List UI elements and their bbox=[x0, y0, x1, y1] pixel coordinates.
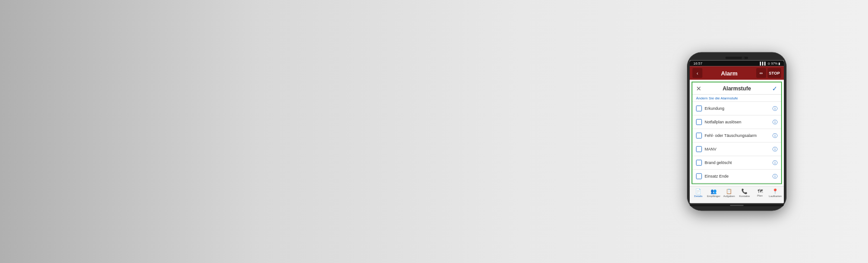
nav-item-kontakte[interactable]: 📞 Kontakte bbox=[737, 188, 752, 202]
label-brand: Brand gelöscht bbox=[705, 160, 770, 165]
nav-empfaenger-icon: 👥 bbox=[711, 188, 717, 194]
arrows-icon: ⇔ bbox=[759, 71, 763, 75]
back-icon: ‹ bbox=[696, 70, 698, 76]
modal-subtitle: Ändern Sie die Alarmstufe bbox=[692, 95, 781, 102]
phone-outer-shell: 16:57 ▌▌▌ ⊙ 97% ▮ ‹ Alarm ⇔ bbox=[687, 52, 787, 211]
nav-laufkarten-icon: 📍 bbox=[772, 188, 778, 194]
arrows-button[interactable]: ⇔ bbox=[756, 68, 766, 78]
info-icon-brand: ⓘ bbox=[773, 160, 777, 165]
nav-kontakte-label: Kontakte bbox=[739, 195, 750, 198]
nav-empfaenger-label: Empfänger bbox=[707, 195, 720, 198]
nav-laufkarten-label: Laufkarten bbox=[769, 195, 782, 198]
modal-area: ✕ Alarmstufe ✓ Ändern Sie die Alarmstufe… bbox=[692, 82, 782, 184]
confirm-icon: ✓ bbox=[772, 85, 777, 92]
checkbox-manv[interactable] bbox=[696, 146, 702, 152]
label-notfallplan: Notfallplan auslösen bbox=[705, 120, 770, 125]
nav-item-aufgaben[interactable]: 📋 Aufgaben bbox=[721, 188, 737, 202]
phone-screen: 16:57 ▌▌▌ ⊙ 97% ▮ ‹ Alarm ⇔ bbox=[690, 61, 784, 203]
nav-item-details[interactable]: 📄 Details bbox=[691, 188, 706, 202]
nav-kontakte-icon: 📞 bbox=[741, 188, 748, 194]
nav-item-laufkarten[interactable]: 📍 Laufkarten bbox=[768, 188, 783, 202]
battery-icon: ▮ bbox=[778, 61, 780, 65]
app-header: ‹ Alarm ⇔ STOP bbox=[690, 66, 784, 80]
info-icon-notfallplan: ⓘ bbox=[773, 119, 777, 125]
info-button-einsatz[interactable]: ⓘ bbox=[773, 173, 777, 180]
nav-plan-label: Plan bbox=[757, 194, 763, 197]
close-icon: ✕ bbox=[696, 85, 701, 92]
checkbox-notfallplan[interactable] bbox=[696, 119, 702, 125]
info-button-fehl[interactable]: ⓘ bbox=[773, 132, 777, 139]
info-button-erkundung[interactable]: ⓘ bbox=[773, 105, 777, 112]
modal-title: Alarmstufe bbox=[701, 85, 772, 92]
nav-aufgaben-label: Aufgaben bbox=[723, 195, 735, 198]
info-icon-erkundung: ⓘ bbox=[773, 106, 777, 111]
phone-camera bbox=[725, 57, 748, 59]
alarm-item-manv[interactable]: MANV ⓘ bbox=[692, 143, 781, 156]
nav-details-label: Details bbox=[694, 195, 702, 198]
signal-icon: ▌▌▌ bbox=[760, 62, 767, 65]
header-title: Alarm bbox=[702, 70, 756, 76]
nav-plan-icon: 🗺 bbox=[758, 188, 763, 194]
alarm-item-brand[interactable]: Brand gelöscht ⓘ bbox=[692, 156, 781, 170]
info-button-manv[interactable]: ⓘ bbox=[773, 146, 777, 153]
info-icon-einsatz: ⓘ bbox=[773, 174, 777, 179]
info-icon-manv: ⓘ bbox=[773, 146, 777, 152]
checkbox-brand[interactable] bbox=[696, 160, 702, 166]
nav-item-empfaenger[interactable]: 👥 Empfänger bbox=[706, 188, 721, 202]
info-icon-fehl: ⓘ bbox=[773, 133, 777, 138]
wifi-icon: ⊙ bbox=[768, 61, 770, 65]
back-button[interactable]: ‹ bbox=[692, 68, 702, 78]
home-indicator bbox=[730, 205, 744, 206]
label-erkundung: Erkundung bbox=[705, 106, 770, 111]
alarm-item-erkundung[interactable]: Erkundung ⓘ bbox=[692, 102, 781, 116]
info-button-brand[interactable]: ⓘ bbox=[773, 160, 777, 166]
modal-close-button[interactable]: ✕ bbox=[696, 85, 701, 92]
label-einsatz: Einsatz Ende bbox=[705, 174, 770, 179]
stop-button[interactable]: STOP bbox=[768, 68, 781, 78]
battery-level: 97% bbox=[771, 62, 777, 65]
alarm-item-einsatz[interactable]: Einsatz Ende ⓘ bbox=[692, 170, 781, 183]
modal-header: ✕ Alarmstufe ✓ bbox=[692, 83, 781, 95]
modal-confirm-button[interactable]: ✓ bbox=[772, 85, 777, 92]
alarm-item-notfallplan[interactable]: Notfallplan auslösen ⓘ bbox=[692, 116, 781, 129]
checkbox-einsatz[interactable] bbox=[696, 174, 702, 179]
status-time: 16:57 bbox=[693, 61, 702, 66]
nav-details-icon: 📄 bbox=[695, 188, 701, 194]
header-right-buttons: ⇔ STOP bbox=[756, 68, 781, 78]
label-fehl: Fehl- oder Täuschungsalarm bbox=[705, 133, 770, 138]
status-bar: 16:57 ▌▌▌ ⊙ 97% ▮ bbox=[690, 61, 784, 66]
label-manv: MANV bbox=[705, 147, 770, 152]
phone-device: 16:57 ▌▌▌ ⊙ 97% ▮ ‹ Alarm ⇔ bbox=[687, 52, 787, 211]
phone-bottom-bar bbox=[690, 205, 784, 207]
info-button-notfallplan[interactable]: ⓘ bbox=[773, 119, 777, 126]
nav-aufgaben-icon: 📋 bbox=[726, 188, 732, 194]
nav-item-plan[interactable]: 🗺 Plan bbox=[752, 188, 768, 202]
alarm-item-fehl[interactable]: Fehl- oder Täuschungsalarm ⓘ bbox=[692, 129, 781, 143]
stop-label: STOP bbox=[769, 71, 780, 75]
status-icons: ▌▌▌ ⊙ 97% ▮ bbox=[760, 61, 780, 65]
bottom-nav: 📄 Details 👥 Empfänger 📋 Aufgaben 📞 Konta… bbox=[690, 186, 784, 203]
checkbox-erkundung[interactable] bbox=[696, 106, 702, 112]
alarm-list: Erkundung ⓘ Notfallplan auslösen ⓘ bbox=[692, 102, 781, 183]
checkbox-fehl[interactable] bbox=[696, 133, 702, 139]
